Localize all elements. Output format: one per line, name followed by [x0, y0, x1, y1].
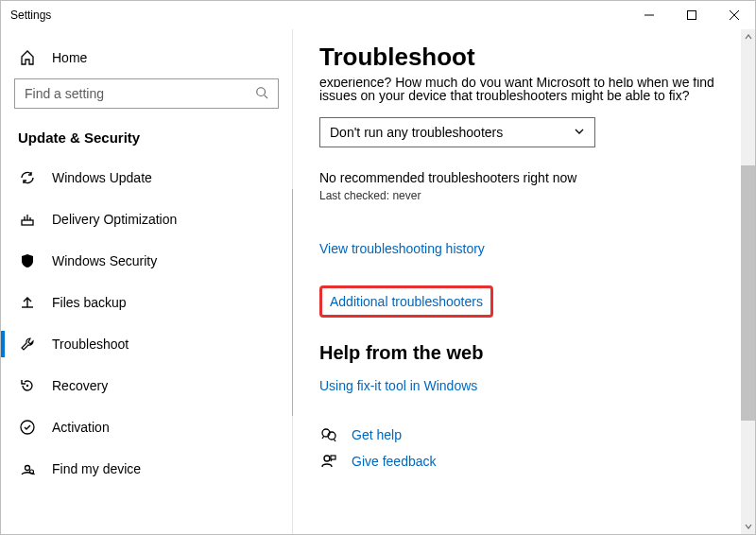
main-content: Troubleshoot experience? How much do you… [293, 29, 755, 534]
sidebar-item-activation[interactable]: Activation [1, 406, 292, 448]
sync-icon [18, 169, 37, 186]
sidebar-item-label: Troubleshoot [52, 337, 129, 352]
view-history-link[interactable]: View troubleshooting history [319, 241, 485, 256]
sidebar: Home Find a setting Update & Security Wi… [1, 29, 293, 534]
recovery-icon [18, 377, 37, 394]
sidebar-scroll-indicator [292, 189, 293, 416]
svg-point-4 [21, 421, 34, 434]
svg-point-1 [257, 87, 266, 95]
feedback-icon [319, 453, 338, 470]
activation-icon [18, 419, 37, 436]
window-body: Home Find a setting Update & Security Wi… [1, 29, 755, 534]
minimize-button[interactable] [627, 1, 670, 29]
scroll-up-arrow[interactable] [741, 29, 755, 44]
recommended-status: No recommended troubleshooters right now [319, 170, 729, 185]
svg-rect-0 [687, 11, 696, 20]
get-help-icon [319, 426, 338, 443]
sidebar-item-label: Windows Security [52, 253, 157, 268]
home-icon [18, 50, 37, 65]
scroll-track[interactable] [741, 44, 755, 519]
svg-point-3 [26, 385, 28, 387]
intro-text: experience? How much do you want Microso… [319, 78, 729, 106]
backup-icon [18, 294, 37, 311]
sidebar-nav: Windows Update Delivery Optimization Win… [1, 157, 292, 534]
home-nav[interactable]: Home [1, 41, 292, 75]
wrench-icon [18, 336, 37, 353]
help-heading: Help from the web [319, 342, 729, 364]
sidebar-item-delivery-optimization[interactable]: Delivery Optimization [1, 198, 292, 240]
svg-point-9 [324, 456, 330, 461]
sidebar-item-troubleshoot[interactable]: Troubleshoot [1, 323, 292, 365]
home-label: Home [52, 50, 87, 65]
sidebar-item-label: Recovery [52, 378, 108, 393]
help-weblink[interactable]: Using fix-it tool in Windows [319, 378, 477, 393]
maximize-button[interactable] [670, 1, 713, 29]
svg-rect-10 [331, 456, 335, 459]
svg-point-5 [26, 466, 30, 471]
sidebar-item-find-my-device[interactable]: Find my device [1, 448, 292, 490]
delivery-icon [18, 211, 37, 228]
sidebar-item-label: Files backup [52, 295, 127, 310]
find-device-icon [18, 460, 37, 477]
svg-rect-2 [22, 220, 33, 225]
scroll-thumb[interactable] [741, 165, 755, 421]
search-wrap: Find a setting [1, 75, 292, 122]
last-checked: Last checked: never [319, 189, 729, 202]
search-icon [255, 86, 268, 102]
settings-window: Settings Home Find a sett [0, 0, 756, 535]
titlebar: Settings [1, 1, 755, 29]
get-help-link[interactable]: Get help [352, 427, 402, 442]
page-title: Troubleshoot [319, 43, 729, 72]
sidebar-item-recovery[interactable]: Recovery [1, 365, 292, 406]
troubleshooter-preference-dropdown[interactable]: Don't run any troubleshooters [319, 117, 595, 147]
give-feedback-link[interactable]: Give feedback [352, 454, 437, 469]
scroll-down-arrow[interactable] [741, 519, 755, 534]
shield-icon [18, 252, 37, 269]
vertical-scrollbar[interactable] [741, 29, 755, 534]
sidebar-item-label: Find my device [52, 461, 141, 476]
sidebar-item-label: Delivery Optimization [52, 212, 177, 227]
get-help-row[interactable]: Get help [319, 426, 729, 443]
window-title: Settings [10, 9, 51, 22]
search-input[interactable]: Find a setting [14, 78, 279, 109]
sidebar-item-label: Activation [52, 420, 110, 435]
give-feedback-row[interactable]: Give feedback [319, 453, 729, 470]
sidebar-item-windows-update[interactable]: Windows Update [1, 157, 292, 198]
sidebar-item-windows-security[interactable]: Windows Security [1, 240, 292, 282]
additional-troubleshooters-highlight: Additional troubleshooters [319, 285, 493, 318]
footer-links: Get help Give feedback [319, 426, 729, 470]
search-placeholder: Find a setting [25, 86, 104, 101]
close-button[interactable] [713, 1, 755, 29]
intro-text-line: issues on your device that troubleshoote… [319, 87, 729, 106]
sidebar-item-files-backup[interactable]: Files backup [1, 282, 292, 323]
sidebar-section-heading: Update & Security [1, 122, 292, 157]
sidebar-item-label: Windows Update [52, 170, 152, 185]
window-controls [627, 1, 755, 29]
dropdown-value: Don't run any troubleshooters [330, 125, 503, 140]
additional-troubleshooters-link[interactable]: Additional troubleshooters [330, 294, 483, 309]
truncated-text-line: experience? How much do you want Microso… [319, 78, 714, 87]
chevron-down-icon [574, 125, 585, 140]
